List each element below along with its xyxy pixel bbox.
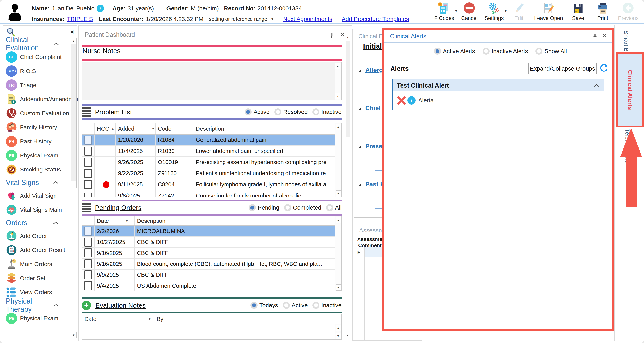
toolbar-button[interactable]: F Codes ▼ (434, 2, 454, 21)
expand-collapse-groups-button[interactable]: Expand/Collapse Groups (528, 63, 597, 74)
table-row[interactable]: 9/16/2025 CBC & DIFF (82, 248, 341, 258)
scroll-up-icon[interactable]: ▲ (71, 38, 76, 44)
pin-icon[interactable] (592, 33, 598, 39)
radio-icon[interactable] (274, 108, 281, 116)
sidebar-item[interactable]: Clinical Evaluation (3, 38, 68, 50)
dashboard-scrollbar[interactable]: ▲ ▼ (345, 34, 351, 339)
row-checkbox[interactable] (84, 147, 92, 156)
radio-icon[interactable] (284, 204, 291, 211)
collapse-sidebar-icon[interactable]: ◀ (70, 29, 74, 34)
add-procedure-templates-link[interactable]: Add Procedure Templates (342, 16, 409, 22)
sidebar-item[interactable]: TRI Triage (3, 78, 68, 92)
sidebar-item[interactable]: PE Physical Exam (3, 148, 68, 162)
close-icon[interactable]: ✕ (340, 31, 345, 38)
sidebar-scrollbar[interactable]: ▲ (71, 38, 76, 188)
row-checkbox[interactable] (84, 180, 92, 189)
section-expanded-icon[interactable]: ◢ (358, 68, 361, 72)
notes-scrollbar[interactable]: ▲ ▼ (334, 62, 341, 100)
radio-filter[interactable]: Show All (535, 48, 567, 55)
sidebar-item[interactable]: Vital Signs (3, 176, 68, 189)
sidebar-item[interactable]: Add Vital Sign (3, 189, 68, 203)
toolbar-button[interactable]: Edit (510, 2, 528, 21)
scroll-down-icon[interactable]: ▼ (71, 332, 76, 338)
table-row[interactable]: 9/4/2025 US Abdomen Complete (82, 280, 341, 292)
toolbar-button[interactable]: Settings ▼ (484, 2, 504, 21)
sidebar-item[interactable]: Add Order (3, 229, 68, 243)
table-row[interactable]: 2/2/2026 MICROALBUMINA (82, 226, 341, 237)
scroll-up-icon[interactable]: ▲ (335, 63, 340, 69)
chevron-down-icon[interactable]: ▼ (504, 8, 508, 13)
scroll-down-icon[interactable]: ▼ (335, 93, 340, 99)
chevron-down-icon[interactable]: ▼ (454, 8, 458, 13)
scroll-down-icon[interactable]: ▼ (336, 284, 341, 291)
sort-asc-icon[interactable]: ▲ (111, 127, 114, 130)
close-icon[interactable]: ✕ (602, 32, 607, 39)
chevron-up-icon[interactable] (53, 181, 58, 184)
radio-filter[interactable]: Inactive Alerts (482, 48, 528, 55)
scroll-down-icon[interactable]: ▼ (336, 333, 341, 339)
radio-filter[interactable]: Inactive (312, 302, 342, 309)
scrollbar-thumb[interactable] (71, 44, 76, 181)
table-row[interactable]: 9/11/2025 C8204 Follicular lymphoma grad… (82, 179, 341, 190)
scroll-up-icon[interactable]: ▲ (336, 325, 341, 331)
row-checkbox[interactable] (84, 169, 92, 178)
table-scrollbar[interactable]: ▲ ▼ (335, 324, 341, 340)
scroll-up-icon[interactable]: ▲ (346, 34, 350, 40)
radio-filter[interactable]: Completed (284, 204, 322, 211)
toolbar-button[interactable]: Previous (618, 2, 638, 21)
sidebar-item[interactable]: ROS R.O.S (3, 64, 68, 78)
section-expanded-icon[interactable]: ◢ (358, 106, 361, 110)
sidebar-item[interactable]: Custom Evaluation (3, 106, 68, 120)
sidebar-item[interactable]: Main Orders (3, 257, 68, 271)
sort-desc-icon[interactable]: ▼ (148, 317, 151, 321)
radio-icon[interactable] (312, 302, 320, 309)
menu-icon[interactable] (82, 203, 91, 212)
sort-desc-icon[interactable]: ▼ (125, 219, 128, 223)
sidebar-item[interactable]: Vital Signs Main (3, 203, 68, 217)
radio-filter[interactable]: Todays (250, 302, 278, 309)
sidebar-item[interactable]: Family History (3, 120, 68, 134)
table-scrollbar[interactable]: ▲ ▼ (335, 216, 341, 291)
radio-icon[interactable] (249, 204, 256, 211)
info-icon[interactable]: i (408, 96, 416, 104)
scroll-up-icon[interactable]: ▲ (336, 124, 341, 130)
table-row[interactable]: 9/8/2025 Z7142 Counseling for family mem… (82, 190, 341, 198)
table-row[interactable]: 9/16/2025 Blood count; complete (CBC), a… (82, 258, 341, 270)
insurance-link[interactable]: TRIPLE S (67, 16, 93, 22)
menu-icon[interactable] (82, 108, 91, 116)
toolbar-button[interactable]: Print (594, 2, 612, 21)
radio-filter[interactable]: All (326, 204, 342, 211)
radio-icon[interactable] (482, 48, 490, 55)
sort-desc-icon[interactable]: ▼ (152, 127, 155, 130)
table-row[interactable]: 9/9/2025 CBC & DIFF (82, 270, 341, 280)
sidebar-item[interactable]: PH Past History (3, 134, 68, 148)
table-row[interactable]: 9/26/2025 O10019 Pre-existing essential … (82, 157, 341, 168)
radio-filter[interactable]: Active Alerts (434, 48, 475, 55)
dismiss-alert-icon[interactable] (397, 96, 406, 105)
expand-row-icon[interactable]: ▶ (358, 250, 360, 254)
row-checkbox[interactable] (84, 136, 92, 144)
radio-icon[interactable] (312, 108, 320, 116)
radio-filter[interactable]: Active (245, 108, 270, 116)
refresh-icon[interactable] (599, 64, 609, 74)
reference-range-select[interactable]: setting or reference range ▼ (206, 14, 277, 24)
row-checkbox[interactable] (84, 192, 92, 197)
chevron-up-icon[interactable] (53, 221, 58, 224)
radio-icon[interactable] (326, 204, 333, 211)
toolbar-button[interactable]: Leave Open (534, 2, 563, 21)
sidebar-item[interactable]: Addendum/Amendments (3, 92, 68, 106)
scroll-up-icon[interactable]: ▲ (336, 217, 341, 223)
sidebar-item[interactable]: Smoking Status (3, 162, 68, 176)
radio-filter[interactable]: Inactive (312, 108, 342, 116)
row-checkbox[interactable] (84, 158, 92, 167)
table-row[interactable]: 1/20/2026 R1084 Generalized abdominal pa… (82, 134, 341, 146)
radio-icon[interactable] (245, 108, 252, 116)
radio-icon[interactable] (283, 302, 290, 309)
row-checkbox[interactable] (84, 248, 92, 258)
alert-group-header[interactable]: Test Clinical Alert (392, 80, 604, 91)
sidebar-item[interactable]: Order Set (3, 271, 68, 285)
nurse-notes-textarea[interactable]: ▲ ▼ (82, 62, 342, 100)
table-row[interactable]: 11/4/2025 R1030 Lower abdominal pain, un… (82, 146, 341, 157)
scrollbar-thumb[interactable] (346, 41, 350, 137)
alert-item[interactable]: i Alerta (392, 91, 604, 110)
